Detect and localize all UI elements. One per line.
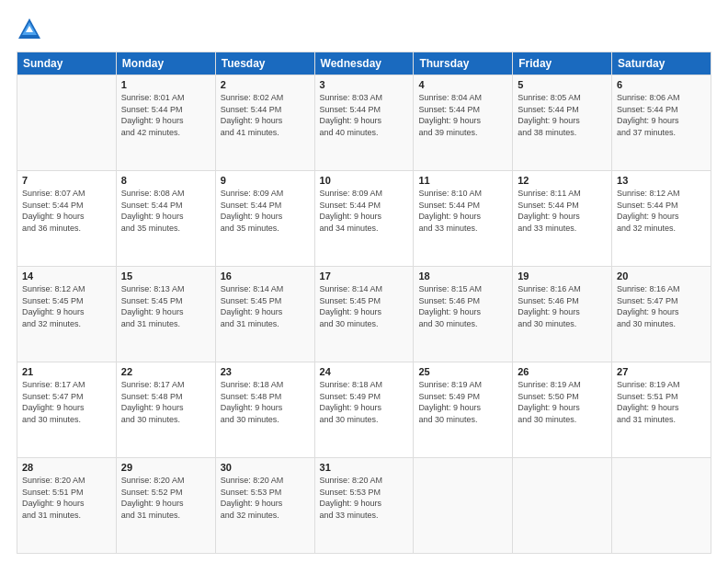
day-number: 30	[221, 462, 310, 473]
day-info: Sunrise: 8:19 AM Sunset: 5:49 PM Dayligh…	[418, 379, 507, 425]
day-number: 27	[617, 366, 706, 377]
calendar-cell: 31Sunrise: 8:20 AM Sunset: 5:53 PM Dayli…	[314, 458, 414, 554]
calendar-cell: 18Sunrise: 8:15 AM Sunset: 5:46 PM Dayli…	[414, 267, 513, 362]
day-number: 22	[121, 366, 210, 377]
day-info: Sunrise: 8:14 AM Sunset: 5:45 PM Dayligh…	[221, 283, 310, 329]
calendar-cell: 4Sunrise: 8:04 AM Sunset: 5:44 PM Daylig…	[414, 75, 513, 171]
weekday-thursday: Thursday	[414, 52, 513, 75]
day-info: Sunrise: 8:03 AM Sunset: 5:44 PM Dayligh…	[320, 92, 409, 138]
header	[17, 17, 711, 42]
day-info: Sunrise: 8:12 AM Sunset: 5:45 PM Dayligh…	[22, 283, 111, 329]
day-number: 2	[221, 79, 310, 90]
day-number: 12	[518, 175, 607, 186]
day-info: Sunrise: 8:20 AM Sunset: 5:53 PM Dayligh…	[320, 475, 409, 521]
day-info: Sunrise: 8:06 AM Sunset: 5:44 PM Dayligh…	[617, 92, 706, 138]
day-number: 25	[418, 366, 507, 377]
day-number: 20	[617, 270, 706, 282]
day-number: 5	[518, 79, 607, 90]
calendar-cell: 6Sunrise: 8:06 AM Sunset: 5:44 PM Daylig…	[612, 75, 711, 171]
calendar-week-3: 14Sunrise: 8:12 AM Sunset: 5:45 PM Dayli…	[17, 267, 711, 362]
day-number: 24	[320, 366, 409, 377]
calendar-cell: 8Sunrise: 8:08 AM Sunset: 5:44 PM Daylig…	[116, 171, 215, 267]
day-info: Sunrise: 8:05 AM Sunset: 5:44 PM Dayligh…	[518, 92, 607, 138]
page: SundayMondayTuesdayWednesdayThursdayFrid…	[0, 0, 728, 563]
day-number: 10	[320, 175, 409, 186]
calendar-cell: 9Sunrise: 8:09 AM Sunset: 5:44 PM Daylig…	[215, 171, 314, 267]
day-info: Sunrise: 8:18 AM Sunset: 5:48 PM Dayligh…	[221, 379, 310, 425]
day-info: Sunrise: 8:20 AM Sunset: 5:53 PM Dayligh…	[221, 475, 310, 521]
day-info: Sunrise: 8:04 AM Sunset: 5:44 PM Dayligh…	[418, 92, 507, 138]
day-number: 1	[121, 79, 210, 90]
day-number: 8	[121, 175, 210, 186]
day-number: 15	[121, 270, 210, 282]
calendar-cell: 25Sunrise: 8:19 AM Sunset: 5:49 PM Dayli…	[414, 362, 513, 458]
day-info: Sunrise: 8:19 AM Sunset: 5:51 PM Dayligh…	[617, 379, 706, 425]
calendar-cell: 26Sunrise: 8:19 AM Sunset: 5:50 PM Dayli…	[513, 362, 612, 458]
calendar-cell: 30Sunrise: 8:20 AM Sunset: 5:53 PM Dayli…	[215, 458, 314, 554]
calendar-cell: 19Sunrise: 8:16 AM Sunset: 5:46 PM Dayli…	[513, 267, 612, 362]
calendar-cell: 2Sunrise: 8:02 AM Sunset: 5:44 PM Daylig…	[215, 75, 314, 171]
calendar-cell	[612, 458, 711, 554]
calendar-cell	[513, 458, 612, 554]
day-info: Sunrise: 8:01 AM Sunset: 5:44 PM Dayligh…	[121, 92, 210, 138]
weekday-header-row: SundayMondayTuesdayWednesdayThursdayFrid…	[17, 52, 711, 75]
day-info: Sunrise: 8:18 AM Sunset: 5:49 PM Dayligh…	[320, 379, 409, 425]
day-info: Sunrise: 8:17 AM Sunset: 5:48 PM Dayligh…	[121, 379, 210, 425]
day-info: Sunrise: 8:16 AM Sunset: 5:46 PM Dayligh…	[518, 283, 607, 329]
day-info: Sunrise: 8:17 AM Sunset: 5:47 PM Dayligh…	[22, 379, 111, 425]
calendar-cell: 13Sunrise: 8:12 AM Sunset: 5:44 PM Dayli…	[612, 171, 711, 267]
calendar-cell: 11Sunrise: 8:10 AM Sunset: 5:44 PM Dayli…	[414, 171, 513, 267]
day-number: 9	[221, 175, 310, 186]
calendar-cell: 15Sunrise: 8:13 AM Sunset: 5:45 PM Dayli…	[116, 267, 215, 362]
calendar-cell: 10Sunrise: 8:09 AM Sunset: 5:44 PM Dayli…	[314, 171, 414, 267]
calendar-week-5: 28Sunrise: 8:20 AM Sunset: 5:51 PM Dayli…	[17, 458, 711, 554]
weekday-tuesday: Tuesday	[215, 52, 314, 75]
day-info: Sunrise: 8:20 AM Sunset: 5:52 PM Dayligh…	[121, 475, 210, 521]
day-info: Sunrise: 8:08 AM Sunset: 5:44 PM Dayligh…	[121, 188, 210, 234]
calendar-cell: 12Sunrise: 8:11 AM Sunset: 5:44 PM Dayli…	[513, 171, 612, 267]
calendar-cell: 20Sunrise: 8:16 AM Sunset: 5:47 PM Dayli…	[612, 267, 711, 362]
calendar-cell: 17Sunrise: 8:14 AM Sunset: 5:45 PM Dayli…	[314, 267, 414, 362]
weekday-wednesday: Wednesday	[314, 52, 414, 75]
day-info: Sunrise: 8:10 AM Sunset: 5:44 PM Dayligh…	[418, 188, 507, 234]
day-number: 11	[418, 175, 507, 186]
calendar-cell: 14Sunrise: 8:12 AM Sunset: 5:45 PM Dayli…	[17, 267, 117, 362]
day-number: 7	[22, 175, 111, 186]
calendar-cell: 5Sunrise: 8:05 AM Sunset: 5:44 PM Daylig…	[513, 75, 612, 171]
calendar-cell: 7Sunrise: 8:07 AM Sunset: 5:44 PM Daylig…	[17, 171, 117, 267]
day-number: 23	[221, 366, 310, 377]
calendar-week-4: 21Sunrise: 8:17 AM Sunset: 5:47 PM Dayli…	[17, 362, 711, 458]
calendar-cell: 21Sunrise: 8:17 AM Sunset: 5:47 PM Dayli…	[17, 362, 117, 458]
weekday-monday: Monday	[116, 52, 215, 75]
day-info: Sunrise: 8:11 AM Sunset: 5:44 PM Dayligh…	[518, 188, 607, 234]
day-number: 31	[320, 462, 409, 473]
day-number: 18	[418, 270, 507, 282]
calendar-cell: 27Sunrise: 8:19 AM Sunset: 5:51 PM Dayli…	[612, 362, 711, 458]
day-info: Sunrise: 8:09 AM Sunset: 5:44 PM Dayligh…	[320, 188, 409, 234]
day-number: 6	[617, 79, 706, 90]
day-number: 13	[617, 175, 706, 186]
weekday-sunday: Sunday	[17, 52, 117, 75]
day-info: Sunrise: 8:02 AM Sunset: 5:44 PM Dayligh…	[221, 92, 310, 138]
calendar-cell: 23Sunrise: 8:18 AM Sunset: 5:48 PM Dayli…	[215, 362, 314, 458]
day-info: Sunrise: 8:13 AM Sunset: 5:45 PM Dayligh…	[121, 283, 210, 329]
weekday-friday: Friday	[513, 52, 612, 75]
calendar-week-2: 7Sunrise: 8:07 AM Sunset: 5:44 PM Daylig…	[17, 171, 711, 267]
day-number: 4	[418, 79, 507, 90]
logo	[17, 17, 46, 42]
calendar-cell: 16Sunrise: 8:14 AM Sunset: 5:45 PM Dayli…	[215, 267, 314, 362]
day-number: 29	[121, 462, 210, 473]
calendar-cell	[17, 75, 117, 171]
calendar-week-1: 1Sunrise: 8:01 AM Sunset: 5:44 PM Daylig…	[17, 75, 711, 171]
day-number: 28	[22, 462, 111, 473]
calendar-cell: 28Sunrise: 8:20 AM Sunset: 5:51 PM Dayli…	[17, 458, 117, 554]
day-number: 21	[22, 366, 111, 377]
day-info: Sunrise: 8:16 AM Sunset: 5:47 PM Dayligh…	[617, 283, 706, 329]
logo-icon	[17, 17, 42, 42]
day-number: 16	[221, 270, 310, 282]
calendar-table: SundayMondayTuesdayWednesdayThursdayFrid…	[17, 52, 711, 554]
day-info: Sunrise: 8:09 AM Sunset: 5:44 PM Dayligh…	[221, 188, 310, 234]
day-number: 26	[518, 366, 607, 377]
day-info: Sunrise: 8:19 AM Sunset: 5:50 PM Dayligh…	[518, 379, 607, 425]
calendar-cell: 1Sunrise: 8:01 AM Sunset: 5:44 PM Daylig…	[116, 75, 215, 171]
